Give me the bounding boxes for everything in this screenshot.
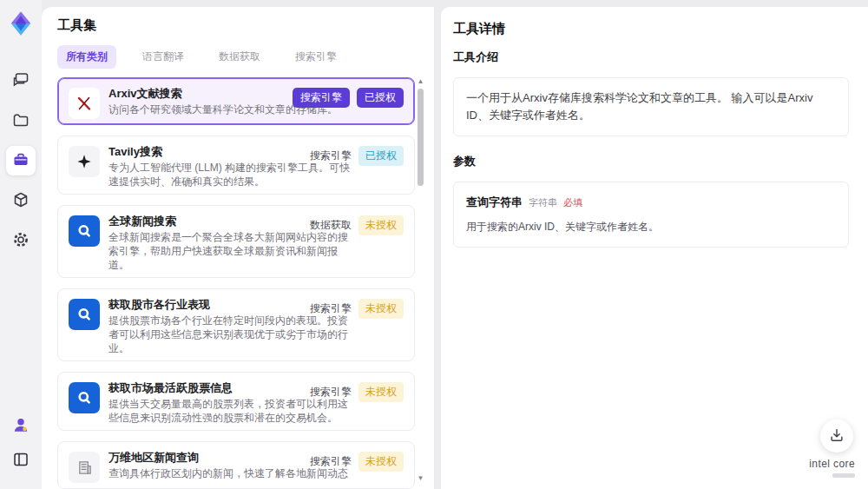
tool-desc: 全球新闻搜索是一个聚合全球各大新闻网站内容的搜索引擎，帮助用户快速获取全球最新资… [108, 230, 357, 272]
tool-icon [69, 382, 100, 413]
nav-tools-button[interactable] [6, 146, 36, 175]
intel-core-sub-badge [832, 473, 855, 478]
panel-toggle-button[interactable] [6, 446, 36, 475]
tool-category-badge: 搜索引擎 [310, 149, 352, 163]
gear-icon [12, 231, 30, 251]
tool-desc: 提供股票市场各个行业在特定时间段内的表现。投资者可以利用这些信息来识别表现优于或… [108, 314, 357, 355]
param-required-badge: 必填 [563, 195, 582, 210]
nav-settings-button[interactable] [6, 226, 36, 255]
user-avatar-button[interactable] [6, 411, 36, 440]
scrollbar-thumb[interactable] [418, 89, 424, 186]
tool-auth-badge: 未授权 [358, 299, 404, 319]
briefcase-icon [12, 151, 30, 171]
tool-list: Arxiv文献搜索 访问各个研究领域大量科学论文和文章的存储库。 搜索引擎 已授… [57, 77, 415, 489]
nav-chat-button[interactable] [6, 66, 36, 96]
tool-auth-badge: 未授权 [358, 382, 404, 402]
intro-box: 一个用于从Arxiv存储库搜索科学论文和文章的工具。 输入可以是Arxiv ID… [453, 77, 849, 136]
intro-heading: 工具介绍 [453, 50, 849, 65]
tool-card[interactable]: 万维地区新闻查询 查询具体行政区划内的新闻，快速了解各地新闻动态 搜索引擎 未授… [57, 441, 415, 489]
scrollbar[interactable]: ▲ ▼ [417, 78, 424, 482]
download-button[interactable] [820, 420, 853, 453]
tool-auth-badge: 未授权 [358, 452, 404, 472]
tool-card[interactable]: 获取股市各行业表现 提供股票市场各个行业在特定时间段内的表现。投资者可以利用这些… [57, 288, 415, 361]
tool-category-badge: 数据获取 [310, 218, 352, 233]
tool-icon [69, 215, 100, 247]
tool-details-panel: 工具详情 工具介绍 一个用于从Arxiv存储库搜索科学论文和文章的工具。 输入可… [441, 7, 868, 489]
cube-icon [12, 191, 30, 211]
tab-3[interactable]: 搜索引擎 [286, 45, 345, 69]
scrollbar-down-arrow[interactable]: ▼ [417, 475, 424, 482]
param-box: 查询字符串 字符串 必填 用于搜索的Arxiv ID、关键字或作者姓名。 [453, 182, 849, 248]
param-desc: 用于搜索的Arxiv ID、关键字或作者姓名。 [466, 219, 836, 235]
scrollbar-up-arrow[interactable]: ▲ [417, 78, 424, 85]
tool-auth-badge: 已授权 [358, 146, 404, 166]
intel-core-text: intel core [809, 458, 855, 470]
tool-category-badge: 搜索引擎 [310, 454, 352, 469]
tool-auth-badge: 未授权 [358, 215, 404, 235]
intro-text: 一个用于从Arxiv存储库搜索科学论文和文章的工具。 输入可以是Arxiv ID… [466, 91, 812, 122]
tab-0[interactable]: 所有类别 [57, 45, 116, 69]
tool-category-badge: 搜索引擎 [310, 385, 352, 400]
params-heading: 参数 [453, 154, 849, 169]
nav-folder-button[interactable] [6, 106, 36, 135]
tool-card[interactable]: Arxiv文献搜索 访问各个研究领域大量科学论文和文章的存储库。 搜索引擎 已授… [57, 77, 415, 125]
tab-2[interactable]: 数据获取 [210, 45, 269, 69]
intel-core-logo: intel core [809, 455, 855, 478]
download-icon [829, 427, 845, 446]
tool-icon [69, 452, 100, 483]
tool-category-badge: 搜索引擎 [310, 301, 352, 316]
tool-category-badge: 搜索引擎 [293, 88, 350, 108]
tool-card[interactable]: 获取市场最活跃股票信息 提供当天交易量最高的股票列表，投资者可以利用这些信息来识… [57, 372, 415, 431]
tool-card[interactable]: 全球新闻搜索 全球新闻搜索是一个聚合全球各大新闻网站内容的搜索引擎，帮助用户快速… [57, 205, 415, 278]
folder-icon [12, 111, 30, 131]
tools-panel: 工具集 所有类别语言翻译数据获取搜索引擎 Arxiv [42, 7, 434, 489]
left-rail [0, 0, 42, 489]
page-title: 工具集 [57, 17, 434, 34]
category-tabs: 所有类别语言翻译数据获取搜索引擎 [57, 46, 434, 67]
chat-icon [12, 71, 30, 91]
param-name: 查询字符串 [466, 194, 523, 211]
tool-icon [69, 299, 100, 330]
param-type: 字符串 [529, 195, 557, 210]
tool-card[interactable]: Tavily搜索 专为人工智能代理 (LLM) 构建的搜索引擎工具。可快速提供实… [57, 135, 415, 195]
user-icon [11, 415, 30, 437]
tool-icon [69, 88, 100, 119]
tool-auth-badge: 已授权 [357, 88, 404, 108]
details-title: 工具详情 [453, 21, 849, 37]
tool-icon [69, 146, 100, 177]
nav-cube-button[interactable] [6, 186, 36, 215]
tab-1[interactable]: 语言翻译 [134, 45, 193, 69]
panel-toggle-icon [12, 451, 30, 471]
app-logo [8, 10, 34, 36]
